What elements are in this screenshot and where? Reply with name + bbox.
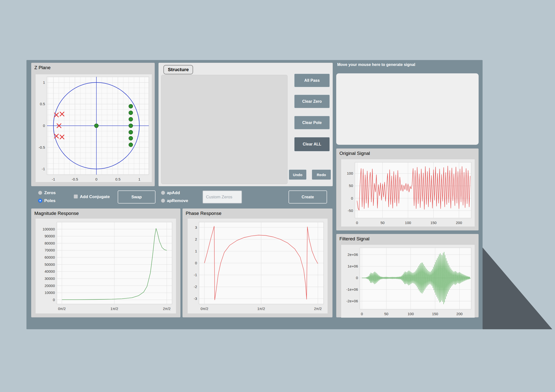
svg-text:100: 100 bbox=[347, 171, 353, 175]
mouse-signal-hint: Move your mouse here to generate signal bbox=[337, 62, 415, 67]
magnitude-response-title: Magnitude Response bbox=[34, 211, 79, 216]
poles-radio[interactable] bbox=[38, 199, 42, 203]
svg-text:-3: -3 bbox=[194, 296, 197, 301]
svg-text:1π/2: 1π/2 bbox=[257, 307, 265, 311]
zeros-radio-label: Zeros bbox=[44, 191, 56, 195]
svg-text:1e+06: 1e+06 bbox=[348, 264, 358, 268]
svg-text:0π/2: 0π/2 bbox=[200, 307, 208, 311]
original-signal-plot-area: 050100150200100500-50 bbox=[341, 159, 475, 227]
clear-zero-button[interactable]: Clear Zero bbox=[294, 94, 330, 108]
structure-canvas bbox=[161, 75, 288, 184]
svg-text:0: 0 bbox=[95, 177, 97, 181]
filtered-signal-title: Filtered Signal bbox=[339, 236, 369, 242]
svg-text:0: 0 bbox=[195, 261, 197, 265]
svg-text:50: 50 bbox=[349, 184, 353, 188]
svg-text:1π/2: 1π/2 bbox=[111, 307, 118, 311]
svg-text:20000: 20000 bbox=[44, 284, 55, 288]
add-conjugate-checkbox[interactable] bbox=[74, 194, 78, 199]
svg-text:0.5: 0.5 bbox=[115, 177, 120, 181]
svg-text:100: 100 bbox=[408, 312, 414, 316]
svg-text:90000: 90000 bbox=[44, 234, 55, 238]
signal-draw-area[interactable] bbox=[336, 73, 479, 145]
svg-text:60000: 60000 bbox=[44, 255, 55, 259]
undo-button[interactable]: Undo bbox=[289, 169, 307, 180]
phase-response-panel: Phase Response 0π/21π/22π/23210-1-2-3 bbox=[182, 208, 333, 317]
original-signal-plot: 050100150200100500-50 bbox=[341, 159, 475, 227]
svg-text:50: 50 bbox=[384, 312, 388, 316]
svg-text:0: 0 bbox=[356, 276, 358, 280]
zplane-plot-area: -1-0.500.5110.50-0.5-1 bbox=[36, 74, 152, 182]
magnitude-plot-area: 0π/21π/22π/20100002000030000400005000060… bbox=[36, 219, 176, 313]
magnitude-response-panel: Magnitude Response 0π/21π/22π/2010000200… bbox=[31, 208, 180, 317]
apadd-radio-label: apAdd bbox=[167, 191, 180, 195]
svg-text:-1e+06: -1e+06 bbox=[346, 287, 358, 291]
swap-button[interactable]: Swap bbox=[118, 190, 155, 204]
magnitude-plot: 0π/21π/22π/20100002000030000400005000060… bbox=[36, 219, 176, 313]
zplane-panel: Z Plane -1-0.500.5110.50-0.5-1 bbox=[31, 63, 155, 186]
svg-text:-50: -50 bbox=[348, 208, 353, 213]
create-button[interactable]: Create bbox=[289, 190, 327, 204]
all-pass-button[interactable]: All Pass bbox=[294, 73, 330, 87]
svg-text:200: 200 bbox=[456, 312, 463, 316]
svg-text:0: 0 bbox=[361, 312, 363, 316]
svg-text:80000: 80000 bbox=[44, 241, 55, 245]
svg-text:-2: -2 bbox=[194, 285, 197, 289]
svg-text:-1: -1 bbox=[194, 273, 197, 277]
svg-text:-1: -1 bbox=[42, 167, 45, 171]
structure-button[interactable]: Structure bbox=[163, 65, 193, 74]
svg-text:70000: 70000 bbox=[44, 248, 55, 252]
filtered-signal-plot-area: 0501001502002e+061e+060-1e+06-2e+06 bbox=[341, 245, 475, 318]
svg-text:2e+06: 2e+06 bbox=[348, 252, 358, 257]
app-window: Z Plane -1-0.500.5110.50-0.5-1 Structure… bbox=[26, 60, 483, 329]
custom-zeros-input[interactable] bbox=[202, 190, 242, 204]
apadd-radio[interactable] bbox=[161, 191, 165, 195]
window-shadow bbox=[483, 248, 552, 329]
apremove-radio-label: apRemove bbox=[167, 199, 188, 203]
svg-text:0: 0 bbox=[53, 298, 55, 302]
svg-text:-2e+06: -2e+06 bbox=[346, 299, 358, 303]
svg-text:2π/2: 2π/2 bbox=[163, 307, 171, 311]
clear-all-button[interactable]: Clear ALL bbox=[294, 137, 330, 152]
svg-text:150: 150 bbox=[430, 221, 437, 225]
svg-text:-0.5: -0.5 bbox=[39, 145, 45, 149]
svg-text:2π/2: 2π/2 bbox=[314, 307, 322, 311]
svg-text:150: 150 bbox=[432, 312, 438, 316]
svg-text:0.5: 0.5 bbox=[40, 102, 45, 106]
structure-panel: Structure All Pass Clear Zero Clear Pole… bbox=[158, 63, 333, 186]
apremove-radio[interactable] bbox=[161, 199, 165, 203]
svg-text:30000: 30000 bbox=[44, 276, 55, 281]
svg-text:3: 3 bbox=[195, 225, 197, 229]
zeros-radio[interactable] bbox=[38, 191, 42, 195]
svg-text:1: 1 bbox=[195, 249, 197, 253]
original-signal-panel: Original Signal 050100150200100500-50 bbox=[336, 148, 479, 230]
svg-text:0π/2: 0π/2 bbox=[58, 307, 66, 311]
svg-text:200: 200 bbox=[456, 221, 462, 225]
phase-plot-area: 0π/21π/22π/23210-1-2-3 bbox=[188, 219, 328, 313]
svg-text:1: 1 bbox=[43, 80, 45, 84]
svg-text:0: 0 bbox=[356, 221, 358, 225]
svg-text:-0.5: -0.5 bbox=[72, 177, 78, 181]
svg-text:-1: -1 bbox=[52, 177, 55, 181]
redo-button[interactable]: Redo bbox=[311, 169, 331, 180]
add-conjugate-label: Add Conjugate bbox=[80, 195, 110, 199]
filtered-signal-plot: 0501001502002e+061e+060-1e+06-2e+06 bbox=[341, 245, 475, 318]
svg-text:50: 50 bbox=[380, 221, 385, 225]
svg-text:10000: 10000 bbox=[44, 290, 55, 295]
zplane-plot[interactable]: -1-0.500.5110.50-0.5-1 bbox=[36, 74, 152, 182]
svg-text:50000: 50000 bbox=[44, 262, 55, 267]
clear-pole-button[interactable]: Clear Pole bbox=[294, 116, 330, 130]
poles-radio-label: Poles bbox=[44, 199, 55, 203]
zplane-title: Z Plane bbox=[34, 65, 50, 70]
original-signal-title: Original Signal bbox=[339, 151, 370, 156]
svg-text:100000: 100000 bbox=[43, 227, 55, 231]
svg-text:2: 2 bbox=[195, 237, 197, 241]
filtered-signal-panel: Filtered Signal 0501001502002e+061e+060-… bbox=[336, 234, 479, 317]
svg-text:40000: 40000 bbox=[44, 269, 55, 273]
svg-text:0: 0 bbox=[43, 124, 45, 128]
svg-text:1: 1 bbox=[138, 177, 140, 181]
svg-text:100: 100 bbox=[405, 221, 411, 225]
phase-response-title: Phase Response bbox=[186, 211, 222, 216]
phase-plot: 0π/21π/22π/23210-1-2-3 bbox=[188, 219, 328, 313]
svg-text:0: 0 bbox=[351, 196, 353, 200]
